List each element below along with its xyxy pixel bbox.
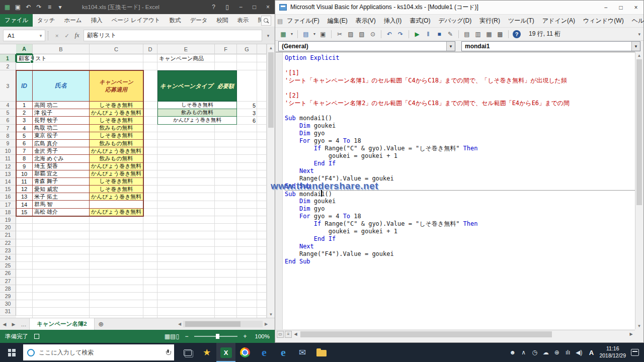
copy-button[interactable]: ▨ <box>346 29 356 39</box>
cell-campaign-type[interactable]: 飲みもの無料 <box>157 109 237 117</box>
people-icon[interactable]: ☻ <box>509 349 516 356</box>
vba-close-button[interactable]: × <box>628 1 643 14</box>
code-line[interactable]: Dim goukei <box>285 198 635 205</box>
hscroll-track[interactable] <box>183 321 263 327</box>
cell-customer-name[interactable]: 群馬 智 <box>33 201 90 208</box>
code-line[interactable]: Sub mondai1() <box>285 115 635 122</box>
code-line[interactable]: Dim gyo <box>285 205 635 213</box>
zoom-slider-thumb[interactable] <box>216 334 219 339</box>
onedrive-icon[interactable]: ☁ <box>542 349 549 356</box>
procedure-dropdown-arrow-icon[interactable]: ▼ <box>631 42 640 51</box>
row-header-15[interactable]: 15 <box>0 186 16 193</box>
code-hscroll-left-icon[interactable]: ◀ <box>292 332 299 336</box>
redo-button-vba[interactable]: ↷ <box>395 29 406 39</box>
cell-customer-name[interactable]: 那覇 宜之 <box>33 170 90 178</box>
macro-record-icon[interactable] <box>34 334 39 339</box>
vba-menu-item[interactable]: ヘルプ(H) <box>628 17 644 25</box>
code-line[interactable]: 'シート「キャンペーン名簿1」のセル範囲「C4からC18」までの間で、「しそ巻き… <box>285 77 635 84</box>
page-break-view-icon[interactable]: ▯ <box>176 333 179 340</box>
cell-customer-campaign[interactable]: かんぴょう巻き無料 <box>90 193 143 201</box>
ribbon-display-button[interactable]: ▯ <box>220 0 234 14</box>
cell-customer-id[interactable]: 12 <box>16 186 33 193</box>
ribbon-tab[interactable]: ファイル <box>0 14 33 27</box>
cell-customer-id[interactable]: 14 <box>16 201 33 208</box>
column-header-partial[interactable] <box>257 44 267 54</box>
ribbon-tab[interactable]: ページ レイアウト <box>107 14 165 27</box>
cell-customer-name[interactable]: 長野 牧子 <box>33 117 90 124</box>
cell-customer-name[interactable]: 津 役子 <box>33 109 90 117</box>
hscroll-left-icon[interactable]: ◀ <box>176 322 183 326</box>
break-button[interactable]: ‖ <box>423 29 433 39</box>
cell-customer-name[interactable]: 米子 拓土 <box>33 193 90 201</box>
excel-taskbar-button[interactable]: X <box>216 343 235 362</box>
code-line[interactable]: Dim gyo <box>285 130 635 137</box>
object-dropdown[interactable]: (General) ▼ <box>278 41 455 51</box>
row-header-24[interactable]: 24 <box>0 254 16 262</box>
vba-menu-item[interactable]: アドイン(A) <box>538 17 579 25</box>
row-header-9[interactable]: 9 <box>0 140 16 147</box>
hscroll-right-icon[interactable]: ▶ <box>263 322 270 326</box>
cell-customer-name[interactable]: 東京 役子 <box>33 132 90 140</box>
cell-customer-name[interactable]: 高岡 功二 <box>33 102 90 109</box>
row-header-28[interactable]: 28 <box>0 285 16 293</box>
minimize-button[interactable]: − <box>234 0 248 14</box>
column-header-C[interactable]: C <box>90 44 143 54</box>
cell-customer-id[interactable]: 7 <box>16 147 33 155</box>
column-header-A[interactable]: A <box>16 44 33 54</box>
row-header-5[interactable]: 5 <box>0 109 16 117</box>
row-header-13[interactable]: 13 <box>0 170 16 178</box>
taskbar-search-box[interactable] <box>23 344 174 360</box>
ribbon-tab[interactable]: データ <box>186 14 212 27</box>
code-vscroll-thumb[interactable] <box>636 59 642 205</box>
header-cell-required-amount[interactable]: 必要額 <box>215 70 237 102</box>
save-button-vba[interactable]: ▣ <box>318 29 328 39</box>
toolbar-options-icon[interactable]: ▾ <box>638 32 640 37</box>
cell-customer-campaign[interactable]: しそ巻き無料 <box>90 132 143 140</box>
vba-menu-item[interactable]: 実行(R) <box>475 17 504 25</box>
ime-indicator[interactable]: A <box>586 349 596 356</box>
cell-customer-id[interactable]: 9 <box>16 163 33 170</box>
vba-restore-button[interactable]: □ <box>613 1 628 14</box>
row-header-26[interactable]: 26 <box>0 269 16 277</box>
cell-campaign-amount[interactable]: 6 <box>237 117 257 124</box>
ribbon-tab[interactable]: ホーム <box>59 14 86 27</box>
find-button[interactable]: ⊙ <box>368 29 378 39</box>
row-header-29[interactable]: 29 <box>0 293 16 300</box>
vba-menu-item[interactable]: ファイル(F) <box>283 17 323 25</box>
cell-campaign-type[interactable]: かんぴょう巻き無料 <box>157 117 237 124</box>
row-header-21[interactable]: 21 <box>0 231 16 239</box>
cell-customer-id[interactable]: 10 <box>16 170 33 178</box>
vba-menu-item[interactable]: デバッグ(D) <box>434 17 475 25</box>
row-header-22[interactable]: 22 <box>0 239 16 247</box>
security-icon[interactable]: ⊕ <box>553 349 560 356</box>
scroll-down-icon[interactable]: ▼ <box>267 311 275 318</box>
excel-logo-icon[interactable]: ▦ <box>3 2 12 13</box>
code-line[interactable]: goukei = goukei + 1 <box>285 228 635 235</box>
header-cell-name[interactable]: 氏名 <box>33 70 90 102</box>
row-header-4[interactable]: 4 <box>0 102 16 109</box>
name-box-dropdown-icon[interactable]: ▾ <box>37 33 45 38</box>
ribbon-tab[interactable]: 表示 <box>233 14 254 27</box>
zoom-in-button[interactable]: + <box>243 333 248 340</box>
run-button[interactable]: ▶ <box>412 29 422 39</box>
full-module-view-button[interactable]: ≡ <box>285 331 292 338</box>
name-box[interactable]: A1 ▾ <box>3 30 45 41</box>
code-line[interactable]: End Sub <box>285 258 635 265</box>
code-line[interactable]: Dim goukei <box>285 122 635 130</box>
procedure-view-button[interactable]: ▭ <box>277 331 284 338</box>
zoom-level-label[interactable]: 100% <box>253 333 270 339</box>
undo-button-vba[interactable]: ↶ <box>384 29 394 39</box>
row-header-20[interactable]: 20 <box>0 224 16 231</box>
hidden-icons-button[interactable]: ∧ <box>520 349 527 356</box>
row-header-19[interactable]: 19 <box>0 216 16 224</box>
cell-customer-campaign[interactable]: かんぴょう巻き無料 <box>90 170 143 178</box>
cell-customer-campaign[interactable]: しそ巻き無料 <box>90 178 143 186</box>
zoom-out-button[interactable]: − <box>184 333 189 340</box>
row-header-12[interactable]: 12 <box>0 163 16 170</box>
chrome-taskbar-button[interactable] <box>235 343 255 362</box>
procedure-dropdown[interactable]: mondai1 ▼ <box>461 41 640 51</box>
cell-customer-campaign[interactable] <box>90 201 143 208</box>
help-button-vba[interactable]: ? <box>513 30 521 38</box>
microphone-icon[interactable] <box>166 349 170 356</box>
cut-button[interactable]: ✂ <box>335 29 345 39</box>
